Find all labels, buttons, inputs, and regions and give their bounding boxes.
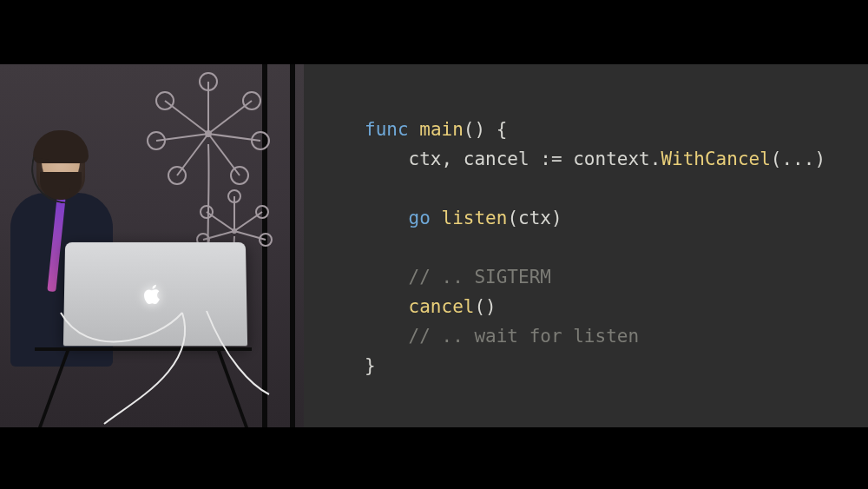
cables bbox=[52, 307, 278, 427]
video-frame: func main() { ctx, cancel := context.Wit… bbox=[0, 64, 868, 427]
code-token: (ctx) bbox=[507, 208, 562, 228]
code-token-kw: func bbox=[365, 119, 409, 140]
svg-line-17 bbox=[207, 212, 234, 231]
code-token: () bbox=[474, 296, 496, 317]
code-token-kw: go bbox=[409, 208, 431, 228]
code-token bbox=[365, 326, 409, 347]
svg-line-18 bbox=[234, 212, 262, 231]
code-token bbox=[431, 208, 442, 228]
code-token bbox=[409, 119, 420, 140]
code-token-cmnt: // .. wait for listen bbox=[409, 326, 640, 347]
code-token-fn: listen bbox=[442, 208, 508, 228]
code-token-fn: WithCancel bbox=[661, 149, 770, 169]
code-token bbox=[365, 208, 409, 228]
code-snippet: func main() { ctx, cancel := context.Wit… bbox=[365, 115, 825, 380]
code-token: () { bbox=[464, 119, 508, 140]
code-token-fn: main bbox=[419, 119, 464, 140]
code-slide: func main() { ctx, cancel := context.Wit… bbox=[304, 64, 868, 427]
speaker-camera-pane bbox=[0, 64, 304, 427]
code-token bbox=[365, 267, 409, 287]
code-token-cmnt: // .. SIGTERM bbox=[409, 267, 551, 287]
code-token: (...) bbox=[771, 149, 825, 169]
code-token-fn: cancel bbox=[409, 296, 475, 317]
code-token: } bbox=[365, 355, 376, 376]
code-token bbox=[365, 296, 409, 317]
code-token: ctx, cancel := context. bbox=[365, 149, 661, 169]
apple-logo-icon bbox=[144, 283, 163, 306]
